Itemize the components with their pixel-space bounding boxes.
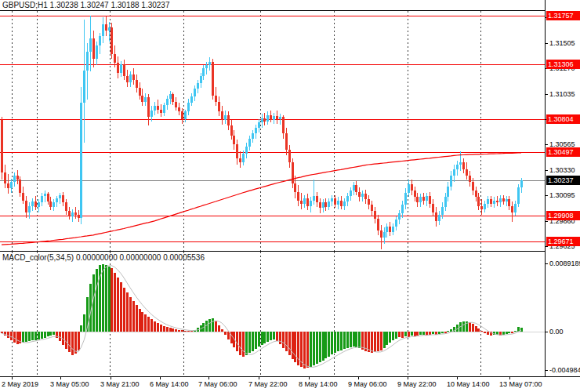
macd-histogram-bar — [248, 332, 251, 353]
macd-histogram-bar — [10, 332, 13, 340]
macd-indicator-pane[interactable] — [0, 252, 545, 376]
time-axis-label: 3 May 21:00 — [100, 380, 140, 388]
candle — [324, 202, 327, 207]
price-tick-mark — [545, 246, 548, 247]
candle — [71, 212, 74, 217]
candle — [364, 194, 367, 199]
macd-histogram-bar — [276, 332, 278, 341]
candle — [414, 191, 416, 197]
candle — [490, 199, 492, 204]
macd-histogram-bar — [242, 332, 245, 357]
candle — [346, 196, 349, 201]
candle — [136, 80, 138, 88]
candle — [227, 115, 230, 126]
candle — [475, 191, 477, 197]
candle — [7, 183, 9, 189]
candle — [34, 201, 37, 207]
main-price-pane[interactable] — [0, 11, 545, 251]
candle — [89, 38, 92, 53]
time-axis-label: 7 May 06:00 — [198, 380, 237, 388]
price-tick-label: 1.30330 — [549, 166, 575, 174]
macd-tick-mark — [545, 370, 548, 371]
candle — [511, 206, 513, 212]
macd-indicator-label: MACD_color(5,34,5) 0.00000000 0.00000000… — [2, 253, 205, 262]
candle — [252, 133, 254, 139]
macd-histogram-bar — [154, 321, 156, 332]
candle — [62, 195, 64, 203]
pane-separator[interactable] — [0, 251, 545, 252]
macd-histogram-bar — [175, 329, 177, 332]
candle — [266, 115, 269, 122]
candle — [392, 227, 394, 232]
candle — [416, 197, 419, 202]
candle — [41, 196, 43, 202]
candle — [520, 180, 523, 187]
macd-histogram-bar — [184, 331, 187, 332]
macd-histogram-bar — [319, 332, 321, 362]
price-level-badge: 1.31306 — [546, 60, 580, 69]
macd-histogram-bar — [380, 332, 382, 350]
macd-histogram-bar — [477, 328, 480, 332]
macd-histogram-bar — [285, 332, 288, 351]
macd-histogram-bar — [414, 332, 416, 336]
candle — [16, 176, 19, 180]
macd-histogram-bar — [282, 332, 285, 348]
macd-histogram-bar — [392, 332, 394, 340]
macd-histogram-bar — [419, 332, 422, 335]
macd-tick-label: 0.00 — [549, 328, 564, 336]
macd-histogram-bar — [355, 332, 357, 347]
macd-histogram-bar — [16, 332, 19, 344]
macd-histogram-bar — [328, 332, 330, 357]
time-tick-mark — [408, 377, 408, 379]
macd-histogram-bar — [432, 332, 434, 334]
candle — [13, 176, 16, 182]
macd-histogram-bar — [96, 269, 98, 332]
candle — [83, 71, 85, 103]
macd-histogram-bar — [25, 332, 27, 342]
macd-histogram-bar — [374, 332, 376, 352]
candle — [117, 63, 119, 72]
candle — [86, 52, 89, 70]
macd-histogram-bar — [350, 332, 352, 347]
time-axis-label: 9 May 06:00 — [348, 380, 387, 388]
candle — [371, 205, 373, 211]
macd-histogram-bar — [108, 267, 111, 332]
macd-histogram-bar — [160, 325, 162, 332]
macd-histogram-bar — [502, 332, 505, 335]
macd-histogram-bar — [401, 332, 404, 338]
candle — [44, 194, 46, 196]
macd-histogram-bar — [41, 332, 43, 339]
macd-tick-label: -0.0049840 — [549, 366, 580, 374]
macd-histogram-bar — [441, 332, 444, 333]
candle — [139, 88, 141, 96]
candle — [441, 207, 444, 215]
macd-histogram-bar — [480, 331, 483, 332]
candle — [169, 94, 172, 99]
macd-histogram-bar — [178, 330, 180, 332]
candle — [56, 198, 58, 203]
candle — [28, 206, 31, 212]
macd-histogram-bar — [261, 332, 263, 345]
candle — [472, 182, 474, 191]
candle — [331, 198, 333, 201]
macd-histogram-bar — [337, 332, 339, 351]
macd-histogram-bar — [7, 332, 9, 338]
candle — [480, 206, 483, 209]
macd-histogram-bar — [331, 332, 333, 354]
candle — [319, 202, 321, 208]
candle — [157, 106, 159, 109]
price-tick-label: 1.31035 — [549, 90, 575, 98]
macd-histogram-bar — [141, 312, 143, 332]
macd-histogram-bar — [136, 305, 138, 332]
candle — [355, 185, 357, 191]
macd-histogram-bar — [65, 332, 67, 349]
macd-histogram-bar — [47, 332, 49, 336]
candle — [313, 196, 315, 201]
candle — [105, 24, 107, 31]
macd-histogram-bar — [273, 332, 275, 339]
price-tick-label: 1.30095 — [549, 191, 575, 199]
moving-average-line — [2, 153, 521, 245]
candle — [337, 201, 339, 205]
candle — [172, 94, 174, 102]
candle — [316, 196, 318, 202]
